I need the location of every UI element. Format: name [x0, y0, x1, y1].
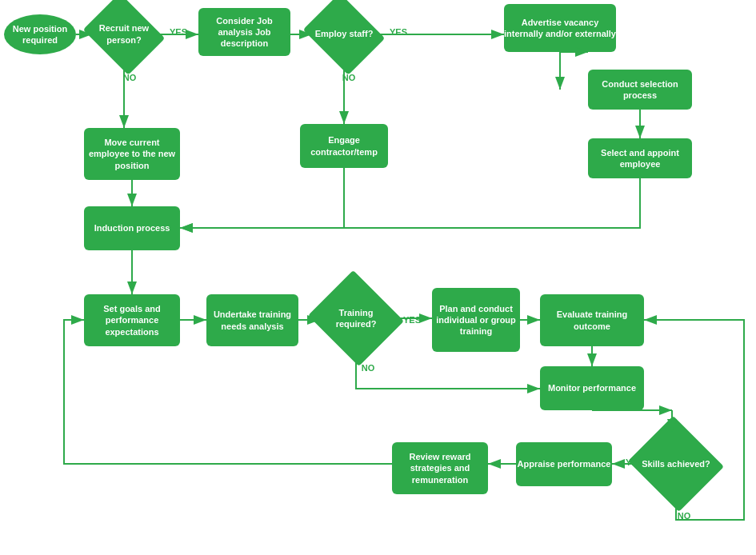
new_position: New position required [4, 14, 76, 54]
skills_achieved: Skills achieved? [640, 432, 712, 496]
appraise: Appraise performance [516, 442, 612, 486]
training_required: Training required? [320, 286, 392, 350]
engage_contractor: Engage contractor/temp [300, 124, 388, 168]
no3: NO [356, 360, 380, 376]
no4: NO [672, 508, 696, 524]
plan_conduct: Plan and conduct individual or group tra… [432, 288, 520, 352]
recruit_new: Recruit new person? [92, 8, 156, 60]
monitor_performance: Monitor performance [540, 366, 644, 410]
no1: NO [118, 70, 142, 86]
flowchart: New position requiredRecruit new person?… [0, 0, 756, 555]
undertake_training: Undertake training needs analysis [206, 294, 298, 346]
employ_staff: Employ staff? [312, 8, 376, 60]
evaluate_training: Evaluate training outcome [540, 294, 644, 346]
yes2: YES [386, 24, 410, 40]
consider_job: Consider Job analysis Job description [198, 8, 290, 56]
yes1: YES [166, 24, 190, 40]
yes3: YES [400, 312, 424, 328]
conduct_selection: Conduct selection process [588, 70, 692, 110]
review_reward: Review reward strategies and remuneratio… [392, 442, 488, 494]
induction: Induction process [84, 206, 180, 250]
move_current: Move current employee to the new positio… [84, 128, 180, 180]
no2: NO [337, 70, 361, 86]
set_goals: Set goals and performance expectations [84, 294, 180, 346]
select_appoint: Select and appoint employee [588, 138, 692, 178]
advertise: Advertise vacancy internally and/or exte… [504, 4, 616, 52]
